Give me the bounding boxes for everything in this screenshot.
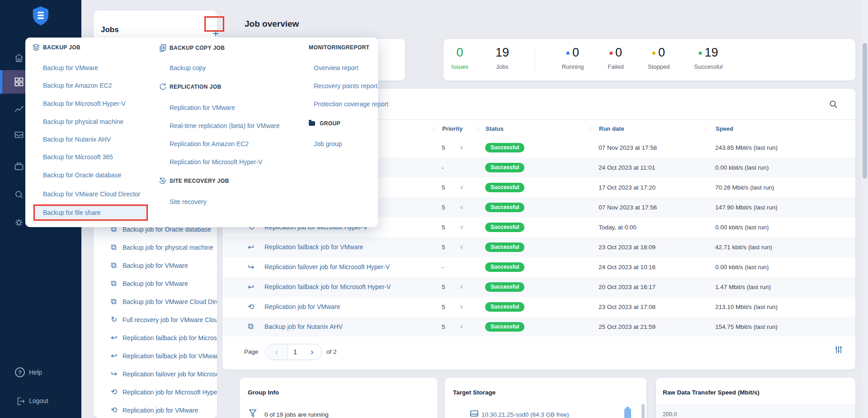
- menu-item-backup-hyperv[interactable]: Backup for Microsoft Hyper-V: [43, 99, 126, 108]
- job-list-item[interactable]: ⧉Backup job for VMware: [94, 256, 217, 275]
- run-date: 25 Oct 2023 at 21:59: [590, 323, 705, 330]
- page-scrollbar-thumb[interactable]: [863, 43, 867, 179]
- column-priority[interactable]: Priority: [434, 125, 478, 133]
- pager: ‹ 1 ›: [265, 344, 322, 360]
- group-folder-icon: [309, 121, 315, 126]
- speed: 0.00 kbit/s (last run): [705, 164, 855, 171]
- stat-failed: 0 Failed: [608, 45, 623, 70]
- filter-sliders-icon[interactable]: [834, 345, 844, 355]
- next-page-button[interactable]: ›: [302, 344, 321, 360]
- menu-item-backup-file-share[interactable]: Backup for file share: [43, 208, 101, 217]
- table-row[interactable]: ⟲Replication job for VMware 5∨ Successfu…: [222, 297, 855, 317]
- group-section: GROUP: [320, 119, 340, 128]
- menu-item-backup-nutanix[interactable]: Backup for Nutanix AHV: [43, 135, 111, 144]
- storage-drive-icon: [469, 408, 479, 418]
- job-list-item[interactable]: ⧉Backup job for VMware: [94, 275, 217, 293]
- stat-successful: 19 Successful: [694, 45, 723, 70]
- menu-item-backup-physical[interactable]: Backup for physical machine: [43, 117, 123, 126]
- menu-item-recovery-points-report[interactable]: Recovery points report: [314, 81, 377, 90]
- priority-value: 5: [442, 304, 445, 310]
- priority-dropdown-icon[interactable]: ∨: [460, 284, 464, 290]
- stat-jobs: 19 Jobs: [495, 45, 509, 70]
- menu-item-backup-oracle[interactable]: Backup for Oracle database: [43, 171, 122, 180]
- table-row[interactable]: ↩Replication failback job for VMware 5∨ …: [222, 237, 855, 257]
- menu-item-replication-hyperv[interactable]: Replication for Microsoft Hyper-V: [170, 157, 262, 166]
- job-type-icon: ↪: [248, 263, 254, 271]
- menu-item-site-recovery[interactable]: Site recovery: [170, 197, 207, 206]
- priority-dropdown-icon[interactable]: ∨: [460, 304, 464, 310]
- shield-logo-icon[interactable]: [32, 6, 50, 26]
- table-row[interactable]: ↩Replication failback job for Microsoft …: [222, 277, 855, 297]
- menu-item-overview-report[interactable]: Overview report: [314, 63, 359, 72]
- job-name-link: Replication failback job for Microsoft H…: [264, 283, 391, 290]
- job-list-item[interactable]: ↩Replication failback job for VMware: [94, 347, 217, 365]
- job-list-item[interactable]: ⟲Replication job for VMware: [94, 401, 217, 418]
- backup-copy-job-icon: [158, 43, 167, 52]
- stopped-count: 0: [658, 46, 665, 59]
- home-icon[interactable]: [14, 52, 24, 63]
- jobs-grid-icon[interactable]: [14, 76, 24, 87]
- card-scrollbar-thumb[interactable]: [642, 404, 645, 418]
- target-storage-title: Target Storage: [453, 389, 495, 396]
- priority-dropdown-icon[interactable]: ∨: [460, 144, 464, 151]
- menu-item-backup-copy[interactable]: Backup copy: [170, 63, 206, 72]
- column-speed[interactable]: Speed: [705, 125, 855, 133]
- job-list-item[interactable]: ⟲Replication job for Microsoft Hyper-V: [94, 383, 217, 401]
- jobs-panel-title: Jobs: [101, 25, 119, 34]
- job-list-item[interactable]: ↩Replication failback job for Microsoft …: [94, 329, 217, 347]
- prev-page-button[interactable]: ‹: [265, 344, 288, 360]
- settings-gear-icon[interactable]: [14, 217, 24, 228]
- menu-item-realtime-replication[interactable]: Real-time replication (beta) for VMware: [170, 121, 280, 130]
- running-dot: [566, 52, 570, 55]
- job-list-item[interactable]: ⧉Backup job for physical machine: [94, 238, 217, 256]
- menu-item-backup-vmware[interactable]: Backup for VMware: [43, 63, 98, 72]
- run-date: 20 Oct 2023 at 16:17: [590, 284, 705, 290]
- table-row[interactable]: ↪Replication failover job for Microsoft …: [222, 257, 855, 277]
- menu-item-backup-vcd[interactable]: Backup for VMware Cloud Director: [43, 190, 141, 199]
- priority-dropdown-icon[interactable]: ∨: [460, 184, 464, 190]
- run-date: 07 Nov 2023 at 17:56: [590, 204, 705, 211]
- menu-item-replication-ec2[interactable]: Replication for Amazon EC2: [170, 139, 249, 148]
- logout-link[interactable]: Logout: [29, 397, 48, 404]
- priority-dropdown-icon[interactable]: ∨: [460, 323, 464, 330]
- help-link[interactable]: Help: [29, 369, 42, 376]
- infrastructure-icon[interactable]: [14, 161, 24, 172]
- job-type-icon: ⧉: [111, 275, 121, 293]
- priority-dropdown-icon[interactable]: ∨: [460, 224, 464, 230]
- storage-link[interactable]: 10.30.21.25-ssd0 (64.3 GB free): [481, 411, 569, 418]
- job-link: Replication job for VMware: [123, 407, 198, 414]
- inbox-icon[interactable]: [14, 129, 24, 140]
- priority-dropdown-icon[interactable]: ∨: [460, 204, 464, 210]
- hourglass-icon: [248, 408, 258, 418]
- failed-count: 0: [615, 46, 622, 59]
- menu-item-backup-ec2[interactable]: Backup for Amazon EC2: [43, 81, 112, 90]
- stopped-label: Stopped: [648, 63, 670, 70]
- target-storage-card: Target Storage 10.30.21.25-ssd0 (64.3 GB…: [445, 378, 646, 418]
- group-info-title: Group Info: [248, 389, 279, 396]
- search-nav-icon[interactable]: [14, 189, 24, 200]
- priority-value: -: [442, 164, 444, 171]
- job-type-icon: ↩: [111, 329, 121, 347]
- backup-copy-job-section: BACKUP COPY JOB: [170, 43, 225, 52]
- help-icon[interactable]: ?: [15, 367, 25, 377]
- column-run-date[interactable]: Run date: [590, 125, 705, 133]
- table-row[interactable]: ⧉Backup job for Nutanix AHV 5∨ Successfu…: [222, 317, 855, 337]
- menu-item-protection-coverage-report[interactable]: Protection coverage report: [314, 100, 388, 109]
- current-page[interactable]: 1: [288, 344, 302, 360]
- monitoring-report-section: MONITORINGREPORT: [309, 43, 369, 52]
- capacity-indicator-icon: [624, 408, 631, 418]
- logout-icon[interactable]: [15, 396, 26, 407]
- menu-item-replication-vmware[interactable]: Replication for VMware: [170, 103, 235, 112]
- job-link: Replication failback job for VMware: [123, 352, 217, 360]
- job-list-item[interactable]: ↪Replication failover job for Microsoft …: [94, 365, 217, 383]
- speed: 70.26 Mbit/s (last run): [705, 184, 855, 191]
- menu-item-job-group[interactable]: Job group: [314, 139, 342, 148]
- column-status[interactable]: Status: [478, 125, 590, 133]
- priority-dropdown-icon[interactable]: ∨: [460, 244, 464, 250]
- job-list-item[interactable]: ⧉Backup job for VMware Cloud Director: [94, 293, 217, 311]
- backup-job-icon: [32, 43, 41, 52]
- analytics-icon[interactable]: [14, 104, 24, 115]
- search-icon[interactable]: [829, 100, 838, 109]
- menu-item-backup-m365[interactable]: Backup for Microsoft 365: [43, 152, 113, 162]
- job-list-item[interactable]: ↻Full recovery job for VMware Cloud Dire…: [94, 311, 217, 329]
